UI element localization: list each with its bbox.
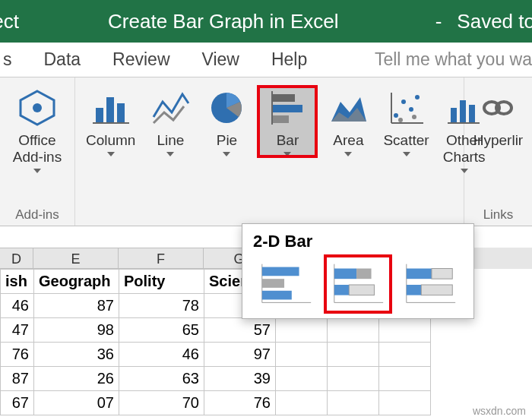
svg-rect-22 — [460, 100, 466, 123]
watermark: wsxdn.com — [473, 405, 526, 417]
svg-rect-42 — [407, 285, 422, 295]
dropdown-arrow-icon — [107, 152, 115, 156]
tab-formulas-fragment[interactable]: s — [3, 49, 12, 70]
line-chart-icon — [149, 87, 192, 129]
dropdown-arrow-icon — [344, 152, 352, 156]
cell[interactable] — [276, 343, 328, 367]
cell[interactable] — [276, 367, 328, 391]
office-addins-button[interactable]: Office Add-ins — [10, 87, 65, 173]
svg-rect-34 — [334, 269, 356, 279]
cell[interactable] — [328, 391, 379, 415]
cell[interactable]: 98 — [34, 318, 119, 343]
svg-point-18 — [412, 115, 416, 119]
col-header-e[interactable]: E — [33, 248, 119, 269]
cell[interactable]: 46 — [119, 343, 204, 367]
pie-chart-button[interactable]: Pie — [202, 87, 251, 156]
cell[interactable] — [276, 391, 328, 415]
table-row: 76364697 — [1, 343, 431, 367]
svg-rect-29 — [261, 267, 299, 276]
col-header-d[interactable]: D — [0, 248, 33, 269]
tab-data[interactable]: Data — [44, 49, 81, 70]
project-fragment: oject — [0, 10, 19, 33]
svg-rect-21 — [451, 108, 457, 123]
svg-point-16 — [415, 95, 420, 99]
cell[interactable] — [328, 367, 379, 391]
charts-group: Column Line Pie Bar — [75, 77, 464, 226]
scatter-chart-icon — [385, 87, 428, 129]
cell[interactable]: 46 — [1, 294, 34, 318]
svg-rect-35 — [356, 269, 372, 279]
svg-rect-31 — [261, 291, 291, 300]
cell[interactable]: 87 — [34, 294, 119, 318]
column-chart-button[interactable]: Column — [83, 87, 138, 156]
svg-point-13 — [394, 113, 398, 118]
svg-rect-9 — [272, 115, 289, 123]
cell[interactable]: 70 — [119, 391, 204, 415]
addins-group: Office Add-ins Add-ins — [0, 77, 75, 226]
svg-point-14 — [401, 99, 406, 104]
svg-rect-40 — [407, 269, 432, 279]
scatter-chart-button[interactable]: Scatter — [380, 87, 432, 156]
clustered-bar-option[interactable] — [253, 256, 318, 312]
svg-point-1 — [33, 103, 42, 112]
tell-me[interactable]: Tell me what you wa — [375, 49, 532, 70]
cell[interactable]: 47 — [1, 318, 34, 343]
cell[interactable]: 39 — [204, 367, 276, 391]
table-row: 87266339 — [1, 367, 431, 391]
bar-chart-label: Bar — [277, 132, 299, 149]
cell[interactable]: Polity — [119, 270, 204, 294]
stacked-bar-option[interactable] — [325, 256, 390, 312]
svg-rect-4 — [117, 103, 125, 123]
line-chart-label: Line — [157, 132, 184, 149]
100-stacked-bar-option[interactable] — [398, 256, 463, 312]
line-chart-button[interactable]: Line — [146, 87, 195, 156]
cell[interactable]: 36 — [34, 343, 119, 367]
table-row: 47986557 — [1, 318, 431, 343]
table-row: 67077076 — [1, 391, 431, 415]
dropdown-arrow-icon — [33, 169, 41, 173]
svg-point-17 — [398, 118, 403, 122]
cell[interactable] — [379, 391, 431, 415]
cell[interactable]: 63 — [119, 367, 204, 391]
cell[interactable] — [379, 343, 431, 367]
column-chart-icon — [90, 87, 132, 129]
document-title: Create Bar Graph in Excel — [19, 10, 428, 33]
cell[interactable]: Geograph — [34, 270, 119, 294]
cell[interactable] — [328, 318, 379, 343]
cell[interactable]: 65 — [119, 318, 204, 343]
cell[interactable]: ish — [1, 270, 34, 294]
svg-rect-37 — [349, 285, 374, 295]
cell[interactable] — [276, 318, 328, 343]
col-header-f[interactable]: F — [119, 248, 204, 269]
tab-view[interactable]: View — [202, 49, 239, 70]
cell[interactable]: 87 — [1, 367, 34, 391]
pie-chart-label: Pie — [217, 132, 237, 149]
svg-rect-30 — [261, 279, 283, 288]
tab-help[interactable]: Help — [271, 49, 307, 70]
area-chart-icon — [327, 87, 369, 129]
area-chart-button[interactable]: Area — [324, 87, 372, 156]
links-group-label: Links — [464, 206, 532, 226]
cell[interactable]: 97 — [204, 343, 276, 367]
cell[interactable] — [379, 367, 431, 391]
hyperlink-button[interactable]: Hyperlir — [470, 87, 526, 149]
cell[interactable]: 26 — [34, 367, 119, 391]
title-bar: oject Create Bar Graph in Excel - Saved … — [0, 0, 532, 43]
cell[interactable]: 78 — [119, 294, 204, 318]
cell[interactable]: 07 — [34, 391, 119, 415]
office-addins-label: Office Add-ins — [13, 132, 62, 166]
save-status: Saved to — [449, 10, 532, 33]
column-chart-label: Column — [86, 132, 135, 149]
tab-review[interactable]: Review — [112, 49, 169, 70]
cell[interactable]: 76 — [1, 343, 34, 367]
cell[interactable]: 76 — [204, 391, 276, 415]
cell[interactable] — [379, 318, 431, 343]
dropdown-arrow-icon — [461, 169, 468, 173]
cell[interactable]: 67 — [1, 391, 34, 415]
cell[interactable] — [328, 343, 379, 367]
bar-chart-button[interactable]: Bar — [258, 87, 316, 156]
dropdown-arrow-icon — [283, 152, 291, 156]
svg-rect-43 — [422, 285, 453, 295]
cell[interactable]: 57 — [204, 318, 276, 343]
dropdown-arrow-icon — [223, 152, 230, 156]
